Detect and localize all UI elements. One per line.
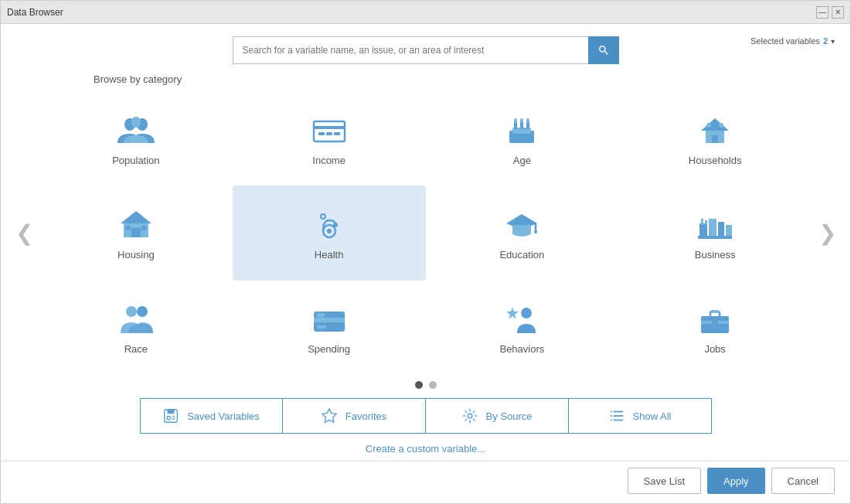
category-spending[interactable]: Spending — [233, 281, 426, 375]
svg-line-64 — [465, 419, 467, 421]
spending-icon — [306, 300, 352, 339]
race-icon — [113, 300, 159, 339]
save-list-button[interactable]: Save List — [628, 468, 701, 494]
svg-rect-44 — [317, 313, 325, 317]
svg-point-54 — [167, 416, 171, 420]
svg-rect-50 — [712, 310, 718, 313]
income-icon — [306, 111, 352, 150]
search-icon — [597, 44, 610, 56]
create-custom-variable-link[interactable]: Create a custom variable... — [366, 443, 485, 455]
svg-rect-18 — [712, 135, 718, 143]
carousel-dot-1[interactable] — [415, 381, 423, 389]
window-title: Data Browser — [7, 7, 63, 18]
category-business[interactable]: Business — [618, 186, 812, 280]
category-income[interactable]: Income — [233, 91, 426, 186]
svg-rect-43 — [317, 325, 326, 329]
svg-rect-37 — [701, 219, 703, 225]
age-icon — [499, 111, 545, 150]
svg-rect-65 — [610, 411, 611, 413]
svg-rect-42 — [314, 318, 345, 322]
chevron-down-icon: ▾ — [831, 37, 835, 46]
category-race-label: Race — [124, 343, 148, 355]
category-housing-label: Housing — [117, 249, 155, 261]
selected-variables-count: 2 — [823, 36, 828, 46]
show-all-label: Show All — [633, 410, 672, 422]
category-households-label: Households — [689, 155, 742, 166]
category-population[interactable]: Population — [39, 91, 233, 186]
svg-marker-21 — [121, 211, 151, 223]
svg-point-40 — [137, 306, 148, 317]
svg-rect-3 — [314, 121, 345, 141]
category-housing[interactable]: Housing — [39, 186, 233, 280]
selected-variables-label: Selected variables — [751, 36, 820, 46]
svg-point-19 — [706, 123, 711, 128]
svg-rect-67 — [610, 415, 611, 417]
show-all-icon — [608, 407, 625, 424]
browse-label: Browse by category — [1, 70, 850, 91]
svg-rect-6 — [326, 132, 332, 135]
category-age-label: Age — [513, 155, 531, 166]
svg-rect-51 — [712, 321, 718, 324]
category-spending-label: Spending — [308, 343, 350, 355]
svg-marker-46 — [506, 307, 519, 319]
saved-variables-button[interactable]: Saved Variables — [140, 398, 283, 434]
svg-rect-38 — [705, 220, 707, 225]
svg-rect-53 — [168, 410, 175, 414]
category-households[interactable]: Households — [618, 91, 812, 186]
favorites-button[interactable]: Favorites — [283, 398, 426, 434]
svg-rect-23 — [131, 228, 141, 237]
apply-button[interactable]: Apply — [707, 468, 765, 494]
households-icon — [692, 111, 738, 150]
selected-variables-indicator[interactable]: Selected variables 2 ▾ — [751, 36, 835, 46]
carousel-next-button[interactable]: ❯ — [812, 210, 842, 257]
svg-rect-35 — [726, 225, 732, 237]
by-source-icon — [461, 407, 478, 424]
custom-variable-row: Create a custom variable... — [1, 440, 850, 461]
svg-rect-5 — [318, 132, 325, 135]
category-jobs[interactable]: Jobs — [618, 281, 812, 375]
svg-line-63 — [472, 411, 475, 414]
category-business-label: Business — [695, 249, 736, 261]
search-container — [233, 36, 619, 64]
category-health[interactable]: Health — [233, 186, 426, 280]
close-button[interactable]: ✕ — [832, 6, 844, 19]
favorites-label: Favorites — [346, 410, 386, 422]
svg-rect-4 — [314, 126, 345, 129]
favorites-icon — [321, 407, 338, 424]
carousel-prev-button[interactable]: ❮ — [9, 210, 39, 257]
cancel-button[interactable]: Cancel — [771, 468, 835, 494]
health-icon — [306, 206, 352, 244]
svg-rect-34 — [718, 222, 724, 237]
title-bar: Data Browser — ✕ — [1, 1, 850, 24]
category-behaviors[interactable]: Behaviors — [426, 281, 619, 375]
minimize-button[interactable]: — — [816, 6, 829, 19]
search-button[interactable] — [588, 36, 619, 64]
search-input[interactable] — [233, 36, 588, 64]
category-behaviors-label: Behaviors — [499, 343, 544, 355]
svg-point-20 — [719, 123, 723, 128]
data-browser-window: Data Browser — ✕ Selected variables 2 ▾ — [0, 0, 851, 504]
svg-point-2 — [131, 117, 141, 128]
category-health-label: Health — [315, 249, 344, 261]
svg-point-13 — [514, 118, 517, 123]
action-row: Save List Apply Cancel — [1, 461, 850, 503]
business-icon — [692, 206, 738, 244]
svg-line-61 — [465, 411, 467, 414]
education-icon — [499, 206, 545, 244]
category-age[interactable]: Age — [426, 91, 619, 186]
svg-marker-16 — [701, 118, 729, 131]
svg-point-31 — [534, 230, 537, 233]
category-education[interactable]: Education — [426, 186, 619, 280]
by-source-button[interactable]: By Source — [426, 398, 569, 434]
svg-rect-69 — [610, 420, 611, 421]
svg-point-29 — [321, 214, 325, 219]
svg-rect-32 — [700, 223, 707, 237]
svg-rect-68 — [613, 415, 623, 417]
show-all-button[interactable]: Show All — [569, 398, 712, 434]
category-race[interactable]: Race — [39, 281, 233, 375]
carousel-dot-2[interactable] — [429, 381, 437, 389]
saved-variables-label: Saved Variables — [187, 410, 260, 422]
svg-point-56 — [468, 414, 472, 418]
svg-rect-33 — [709, 219, 717, 237]
category-income-label: Income — [312, 155, 346, 166]
